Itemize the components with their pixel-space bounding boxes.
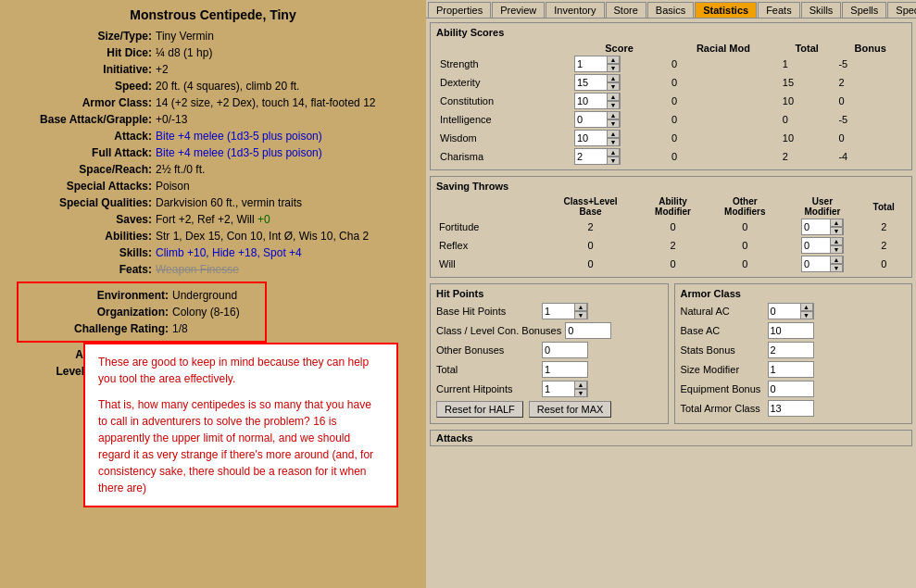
natural-ac-down[interactable]: ▼ [800,311,813,319]
score-up[interactable]: ▲ [607,130,620,138]
score-up[interactable]: ▲ [607,148,620,156]
score-up[interactable]: ▲ [607,93,620,101]
ability-score-field[interactable] [575,112,607,127]
initiative-label: Initiative: [7,61,156,78]
ability-bonus: -4 [834,147,906,166]
reset-half-button[interactable]: Reset for HALF [436,401,523,418]
other-bonuses-field[interactable] [542,342,588,358]
ability-col-score: Score [571,42,668,55]
save-col-ability: AbilityModifier [639,195,707,218]
save-user-field[interactable] [802,256,830,271]
score-down[interactable]: ▼ [607,119,620,128]
score-up[interactable]: ▲ [607,111,620,119]
score-down[interactable]: ▼ [607,101,620,109]
natural-ac-input[interactable]: ▲ ▼ [768,303,814,319]
feats-strikethrough: Weapon Finesse [156,263,239,276]
ability-score-input[interactable]: ▲▼ [574,130,621,146]
saving-row: Reflex020▲▼2 [436,236,906,255]
save-user-input[interactable]: ▲▼ [801,256,844,272]
tab-basics[interactable]: Basics [647,2,694,18]
ability-score-field[interactable] [575,149,607,164]
stats-content[interactable]: Ability Scores Score Racial Mod Total Bo… [426,19,916,588]
score-up[interactable]: ▲ [607,74,620,82]
ability-score-input[interactable]: ▲▼ [574,148,621,165]
ability-table: Score Racial Mod Total Bonus Strength▲▼0… [436,42,906,166]
ability-score-input[interactable]: ▲▼ [574,74,621,91]
ability-score-input[interactable]: ▲▼ [574,111,621,128]
tab-skills[interactable]: Skills [801,2,842,18]
annotation-box: These are good to keep in mind because t… [83,343,398,507]
ability-score-field[interactable] [575,56,607,71]
current-hp-row: Current Hitpoints ▲ ▼ [436,381,662,397]
tab-feats[interactable]: Feats [758,2,800,18]
ability-score-field[interactable] [575,131,607,145]
tab-store[interactable]: Store [606,2,646,18]
save-user-up[interactable]: ▲ [830,256,843,264]
environment-label: Environment: [24,287,172,304]
natural-ac-up[interactable]: ▲ [800,303,813,311]
tab-special-abili[interactable]: Special Abili [887,2,916,18]
save-user-field[interactable] [802,219,830,234]
speed-value: 20 ft. (4 squares), climb 20 ft. [156,78,299,94]
tab-spells[interactable]: Spells [842,2,886,18]
ability-row: Strength▲▼01-5 [436,55,906,73]
score-down[interactable]: ▼ [607,64,620,72]
ability-score-input[interactable]: ▲▼ [574,56,621,72]
base-hp-down[interactable]: ▼ [574,311,587,319]
natural-ac-field[interactable] [769,304,800,319]
current-hp-field[interactable] [543,382,574,396]
tab-properties[interactable]: Properties [428,2,491,18]
ability-score-field[interactable] [575,75,607,90]
ability-bonus: -5 [834,55,906,73]
base-attack-value: +0/-13 [156,111,187,128]
size-modifier-row: Size Modifier [681,361,907,378]
current-hp-down[interactable]: ▼ [574,389,587,397]
total-ac-label: Total Armor Class [681,403,764,414]
save-user-down[interactable]: ▼ [830,245,843,254]
save-user-up[interactable]: ▲ [830,219,843,227]
other-bonuses-label: Other Bonuses [436,344,538,356]
score-down[interactable]: ▼ [607,156,620,165]
skills-value: Climb +10, Hide +18, Spot +4 [156,244,302,261]
save-user-field[interactable] [802,238,830,253]
class-level-field[interactable] [565,322,611,339]
reset-max-button[interactable]: Reset for MAX [529,401,612,418]
attack-label: Attack: [7,128,156,144]
save-user-input[interactable]: ▲▼ [801,219,844,235]
current-hp-input[interactable]: ▲ ▼ [542,381,588,397]
ability-score-input[interactable]: ▲▼ [574,93,621,109]
tab-inventory[interactable]: Inventory [546,2,604,18]
score-down[interactable]: ▼ [607,138,620,146]
ability-racial: 0 [668,147,779,166]
save-user-down[interactable]: ▼ [830,227,843,235]
left-panel: Monstrous Centipede, Tiny Size/Type:Tiny… [0,0,426,588]
save-user-down[interactable]: ▼ [830,264,843,272]
base-hp-field[interactable] [543,304,574,319]
base-ac-field [768,322,814,339]
equipment-bonus-row: Equipment Bonus [681,381,907,397]
speed-label: Speed: [7,78,156,94]
attacks-section: Attacks [430,430,912,446]
ability-score-field[interactable] [575,94,607,108]
tab-preview[interactable]: Preview [492,2,545,18]
ability-scores-title: Ability Scores [436,27,906,38]
score-up[interactable]: ▲ [607,56,620,64]
ability-name: Strength [436,55,571,73]
ability-racial: 0 [668,73,779,92]
save-class-base: 0 [542,255,639,273]
feats-value: Weapon Finesse [156,261,239,278]
tab-statistics[interactable]: Statistics [695,2,757,18]
ability-racial: 0 [668,55,779,73]
hit-dice-label: Hit Dice: [7,44,156,61]
hit-points-section: Hit Points Base Hit Points ▲ ▼ Class / L… [430,283,669,424]
save-user-input[interactable]: ▲▼ [801,237,844,254]
save-total: 2 [861,218,906,236]
save-user-up[interactable]: ▲ [830,237,843,245]
save-col-total: Total [861,195,906,218]
score-down[interactable]: ▼ [607,82,620,91]
base-hp-input[interactable]: ▲ ▼ [542,303,588,319]
ability-row: Dexterity▲▼0152 [436,73,906,92]
feats-label: Feats: [7,261,156,278]
current-hp-up[interactable]: ▲ [574,381,587,389]
base-hp-up[interactable]: ▲ [574,303,587,311]
